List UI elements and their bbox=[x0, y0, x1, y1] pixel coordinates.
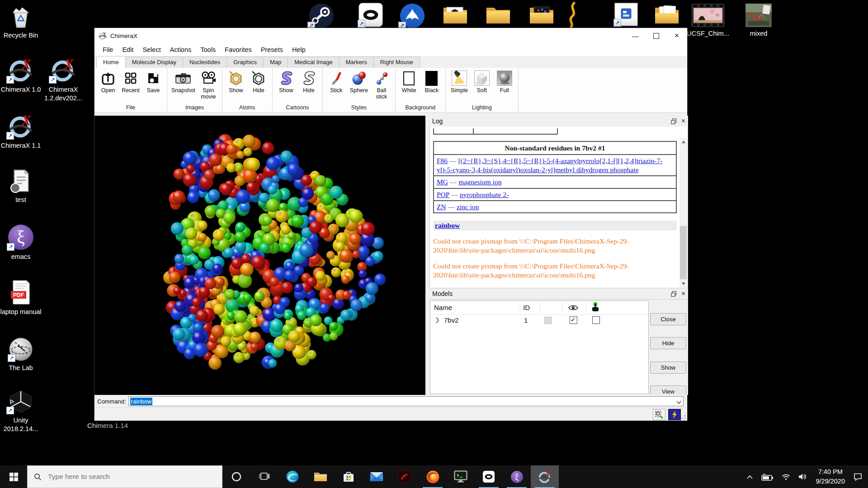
desktop-icon-laptop-manual[interactable]: PDF laptop manual bbox=[0, 279, 42, 316]
residue-name-link[interactable]: zinc ion bbox=[457, 203, 479, 211]
menu-favorites[interactable]: Favorites bbox=[220, 45, 256, 55]
select-zoom-button[interactable] bbox=[653, 409, 665, 420]
taskbar-oculus[interactable] bbox=[475, 465, 503, 488]
log-title-bar[interactable]: Log × bbox=[429, 116, 688, 127]
search-input[interactable] bbox=[47, 472, 198, 481]
battery-icon[interactable] bbox=[757, 473, 778, 481]
desktop-icon-oculus[interactable]: ↗ bbox=[349, 3, 392, 27]
taskbar-emacs[interactable]: ξ bbox=[503, 465, 531, 488]
command-input[interactable]: rainbow bbox=[128, 396, 684, 406]
stick-button[interactable]: Stick bbox=[326, 69, 347, 103]
save-button[interactable]: Save bbox=[142, 69, 164, 103]
models-show-button[interactable]: Show bbox=[650, 361, 686, 374]
resize-grip[interactable] bbox=[681, 414, 686, 420]
cartoons-hide-button[interactable]: Hide bbox=[298, 69, 320, 103]
taskbar-mail[interactable] bbox=[363, 465, 391, 488]
viewport-3d[interactable] bbox=[94, 116, 425, 395]
float-panel-icon[interactable] bbox=[671, 291, 677, 297]
residue-name-link[interactable]: magnesium ion bbox=[458, 178, 501, 186]
lighting-soft-button[interactable]: Soft bbox=[471, 69, 493, 103]
taskbar-task-view[interactable] bbox=[250, 465, 278, 488]
ball-stick-button[interactable]: Ball stick bbox=[371, 69, 392, 103]
desktop-icon-chimerax-10[interactable]: ↗ ChimeraX 1.0 bbox=[0, 56, 42, 94]
background-white-button[interactable]: White bbox=[398, 69, 420, 103]
models-close-button[interactable]: Close bbox=[650, 313, 686, 325]
close-panel-icon[interactable]: × bbox=[681, 117, 685, 125]
recent-button[interactable]: Recent bbox=[120, 69, 142, 103]
models-hide-button[interactable]: Hide bbox=[650, 337, 686, 349]
select-checkbox[interactable] bbox=[592, 316, 600, 324]
log-content[interactable]: Non-standard residues in 7bv2 #1 F86 — [… bbox=[429, 127, 688, 288]
desktop-icon-folder-unity[interactable] bbox=[434, 4, 477, 25]
tray-chevron-up-icon[interactable] bbox=[742, 474, 757, 479]
taskbar-cortana[interactable] bbox=[222, 465, 250, 488]
taskbar-firefox[interactable] bbox=[419, 465, 447, 488]
tab-graphics[interactable]: Graphics bbox=[226, 56, 264, 68]
desktop-icon-recycle-bin[interactable]: Recycle Bin bbox=[0, 5, 42, 40]
scroll-down-arrow[interactable] bbox=[679, 280, 687, 287]
maximize-button[interactable] bbox=[646, 28, 666, 43]
volume-icon[interactable] bbox=[794, 473, 811, 480]
action-center-icon[interactable] bbox=[849, 473, 868, 481]
cartoons-show-button[interactable]: Show bbox=[275, 69, 297, 103]
spin-movie-button[interactable]: Spin movie bbox=[198, 69, 219, 103]
lighting-full-button[interactable]: Full bbox=[494, 69, 515, 103]
taskbar-terminal[interactable] bbox=[447, 465, 475, 488]
menu-presets[interactable]: Presets bbox=[256, 45, 288, 55]
desktop-icon-ucsf-video[interactable]: UCSF_Chim... bbox=[686, 4, 730, 38]
taskbar-msi-dragon[interactable] bbox=[391, 465, 419, 488]
residue-name-link[interactable]: pyrophosphate 2- bbox=[460, 191, 509, 198]
desktop-icon-chimerax-12dev[interactable]: ↗ ChimeraX 1.2.dev202... bbox=[42, 56, 85, 103]
residue-name-link[interactable]: [(2~{R},3~{S},4~{R},5~{R})-5-(4-azanylpy… bbox=[437, 157, 662, 173]
desktop-icon-unity[interactable]: ↗ Unity 2018.2.14... bbox=[0, 389, 42, 433]
desktop-icon-chimerax-11[interactable]: ↗ ChimeraX 1.1 bbox=[0, 112, 42, 150]
residue-code-link[interactable]: POP bbox=[437, 191, 449, 198]
tab-molecule-display[interactable]: Molecule Display bbox=[125, 56, 183, 68]
close-panel-icon[interactable]: × bbox=[681, 290, 685, 297]
start-button[interactable] bbox=[0, 465, 27, 488]
menu-tools[interactable]: Tools bbox=[196, 45, 220, 55]
desktop-icon-test[interactable]: test bbox=[0, 168, 42, 204]
shown-checkbox[interactable] bbox=[570, 316, 577, 324]
tab-markers[interactable]: Markers bbox=[339, 56, 374, 68]
wifi-icon[interactable] bbox=[778, 474, 794, 480]
atoms-show-button[interactable]: Show bbox=[225, 69, 247, 103]
desktop-icon-mixed[interactable]: mixed bbox=[737, 4, 780, 38]
desktop-icon-the-lab[interactable]: ↗ The Lab bbox=[0, 337, 42, 372]
menu-help[interactable]: Help bbox=[288, 45, 310, 55]
fast-mode-button[interactable] bbox=[668, 409, 681, 420]
log-scrollbar[interactable] bbox=[679, 138, 687, 287]
residue-code-link[interactable]: ZN bbox=[437, 203, 446, 211]
menu-select[interactable]: Select bbox=[138, 45, 165, 55]
rainbow-command-link[interactable]: rainbow bbox=[435, 221, 460, 229]
desktop-icon-squiggle[interactable] bbox=[559, 2, 586, 28]
open-button[interactable]: Open bbox=[97, 69, 119, 103]
snapshot-button[interactable]: Snapshot bbox=[170, 69, 197, 103]
taskbar-store[interactable] bbox=[335, 465, 363, 488]
desktop-icon-folder[interactable] bbox=[476, 4, 520, 25]
desktop-icon-folder-docs[interactable] bbox=[645, 4, 689, 25]
residue-code-link[interactable]: F86 bbox=[437, 157, 448, 164]
menu-edit[interactable]: Edit bbox=[118, 45, 138, 55]
atoms-hide-button[interactable]: Hide bbox=[248, 69, 269, 103]
taskbar-edge[interactable] bbox=[278, 465, 307, 488]
taskbar-clock[interactable]: 7:40 PM 9/29/2020 bbox=[811, 467, 849, 486]
column-header-name[interactable]: Name bbox=[434, 304, 452, 311]
float-panel-icon[interactable] bbox=[671, 118, 677, 124]
desktop-icon-app-shortcut[interactable]: ↗ bbox=[604, 3, 648, 26]
taskbar-file-explorer[interactable] bbox=[307, 465, 335, 488]
expand-chevron-icon[interactable]: ❯ bbox=[435, 316, 440, 323]
models-title-bar[interactable]: Models × bbox=[429, 288, 688, 300]
minimize-button[interactable]: — bbox=[625, 28, 646, 43]
skip-checkbox[interactable] bbox=[544, 317, 552, 324]
taskbar-chimerax[interactable] bbox=[531, 465, 559, 488]
tab-medical-image[interactable]: Medical Image bbox=[288, 56, 340, 68]
taskbar-search[interactable] bbox=[27, 465, 222, 488]
desktop-icon-folder-molecules[interactable] bbox=[520, 4, 563, 25]
title-bar[interactable]: ChimeraX — × bbox=[94, 28, 687, 43]
tab-nucleotides[interactable]: Nucleotides bbox=[183, 56, 227, 68]
chevron-down-icon[interactable] bbox=[676, 399, 681, 405]
sphere-button[interactable]: Sphere bbox=[348, 69, 370, 103]
lighting-simple-button[interactable]: Simple bbox=[448, 69, 470, 103]
desktop-icon-whale[interactable]: ↗ bbox=[391, 3, 434, 29]
